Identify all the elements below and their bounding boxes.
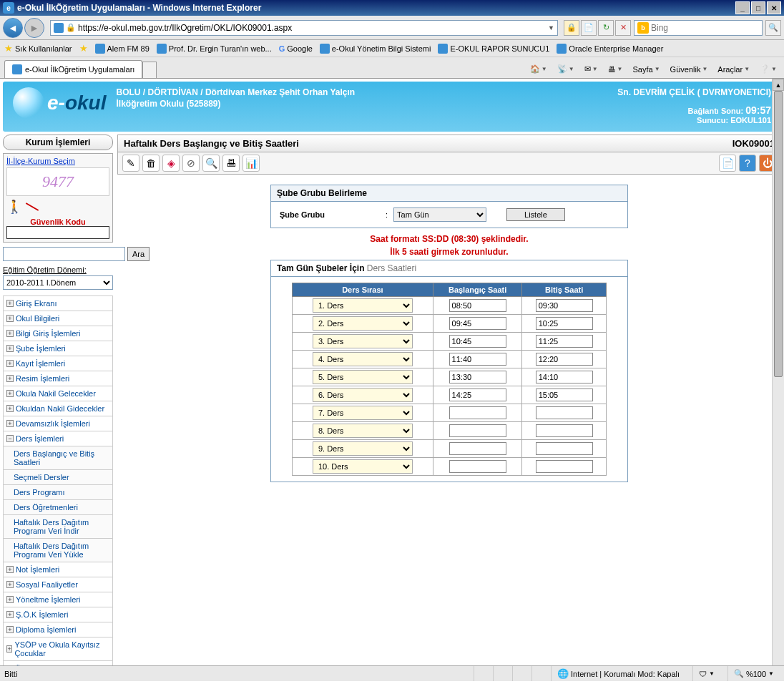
protected-mode-cell[interactable]: 🛡▼: [692, 666, 720, 681]
zone-cell[interactable]: 🌐Internet | Korumalı Mod: Kapalı: [551, 666, 685, 681]
start-time-input[interactable]: [449, 389, 506, 401]
start-time-input[interactable]: [449, 335, 506, 348]
new-button[interactable]: ✎: [122, 155, 139, 172]
start-time-input[interactable]: [449, 317, 506, 330]
fav-item-2[interactable]: GGoogle: [279, 44, 313, 53]
order-select[interactable]: 9. Ders: [313, 441, 413, 456]
expand-icon[interactable]: +: [6, 626, 14, 633]
nav-item[interactable]: Ders Öğretmenleri: [4, 500, 112, 515]
end-time-input[interactable]: [536, 335, 593, 348]
safety-menu[interactable]: Güvenlik▼: [667, 64, 711, 75]
url-dropdown-icon[interactable]: ▼: [548, 24, 554, 31]
help-button[interactable]: ❔▼: [757, 63, 780, 75]
order-select[interactable]: 2. Ders: [313, 316, 413, 331]
expand-icon[interactable]: +: [6, 420, 14, 427]
feeds-button[interactable]: 📡▼: [554, 63, 577, 75]
expand-icon[interactable]: +: [6, 375, 14, 382]
expand-icon[interactable]: +: [6, 345, 14, 352]
fav-item-1[interactable]: Prof. Dr. Ergin Turan'ın web...: [157, 44, 272, 54]
nav-item[interactable]: +Not İşlemleri: [4, 562, 112, 577]
order-select[interactable]: 8. Ders: [313, 424, 413, 438]
end-time-input[interactable]: [536, 299, 593, 312]
expand-icon[interactable]: +: [6, 330, 14, 337]
collapse-icon[interactable]: −: [6, 435, 14, 442]
scroll-thumb[interactable]: [774, 91, 783, 377]
nav-item[interactable]: −Ders İşlemleri: [4, 431, 112, 446]
close-button[interactable]: ✕: [767, 1, 781, 14]
accessibility-icon[interactable]: 🚶: [6, 199, 109, 215]
nav-item[interactable]: Ders Programı: [4, 485, 112, 500]
expand-icon[interactable]: +: [6, 611, 14, 618]
term-select[interactable]: 2010-2011 I.Dönem: [3, 275, 113, 290]
nav-item[interactable]: +Şube İşlemleri: [4, 341, 112, 356]
order-select[interactable]: 10. Ders: [313, 459, 413, 474]
nav-item[interactable]: Haftalık Ders Dağıtım Programı Veri Yükl…: [4, 539, 112, 562]
order-select[interactable]: 5. Ders: [313, 370, 413, 384]
expand-icon[interactable]: +: [6, 405, 14, 412]
order-select[interactable]: 6. Ders: [313, 388, 413, 402]
nav-item[interactable]: +Kayıt İşlemleri: [4, 356, 112, 371]
nav-item[interactable]: +Devamsızlık İşlemleri: [4, 416, 112, 431]
order-select[interactable]: 3. Ders: [313, 334, 413, 348]
end-time-input[interactable]: [536, 389, 593, 401]
start-time-input[interactable]: [449, 371, 506, 383]
page-menu[interactable]: Sayfa▼: [630, 64, 663, 75]
expand-icon[interactable]: +: [6, 566, 14, 573]
scroll-up-button[interactable]: ▲: [773, 79, 784, 91]
browser-tab[interactable]: e-Okul İlkÖğretim Uygulamaları: [4, 60, 142, 78]
nav-item[interactable]: Haftalık Ders Dağıtım Programı Veri İndi…: [4, 515, 112, 539]
back-button[interactable]: ◄: [3, 18, 23, 38]
fav-item-5[interactable]: Oracle Enterprise Manager: [557, 44, 663, 54]
expand-icon[interactable]: +: [6, 360, 14, 367]
mail-button[interactable]: ✉▼: [582, 63, 601, 75]
compat-view-button[interactable]: 📄: [581, 20, 597, 36]
nav-item[interactable]: +Yöneltme İşlemleri: [4, 592, 112, 607]
maximize-button[interactable]: □: [751, 1, 765, 14]
start-time-input[interactable]: [449, 442, 506, 455]
end-time-input[interactable]: [536, 317, 593, 330]
url-input[interactable]: [78, 23, 548, 33]
end-time-input[interactable]: [536, 406, 593, 419]
start-time-input[interactable]: [449, 299, 506, 312]
security-code-input[interactable]: [6, 226, 109, 239]
start-time-input[interactable]: [449, 424, 506, 437]
vertical-scrollbar[interactable]: ▲ ▼: [772, 79, 784, 681]
fav-item-0[interactable]: Alem FM 89: [95, 44, 150, 54]
ssl-lock-button[interactable]: 🔒: [564, 20, 579, 36]
nav-item[interactable]: +Bilgi Giriş İşlemleri: [4, 326, 112, 341]
print-button[interactable]: 🖶▼: [605, 64, 626, 75]
fav-item-3[interactable]: e-Okul Yönetim Bilgi Sistemi: [320, 44, 431, 54]
start-time-input[interactable]: [449, 353, 506, 366]
add-favorite-button[interactable]: ★: [79, 43, 88, 54]
nav-item[interactable]: +Okula Nakil Gelecekler: [4, 386, 112, 401]
nav-item[interactable]: Ders Başlangıç ve Bitiş Saatleri: [4, 446, 112, 470]
order-select[interactable]: 4. Ders: [313, 352, 413, 366]
fav-item-4[interactable]: E-OKUL RAPOR SUNUCU1: [438, 44, 549, 54]
expand-icon[interactable]: +: [6, 581, 14, 588]
search-tool-button[interactable]: 🔍: [202, 155, 220, 172]
cancel-button[interactable]: ⊘: [182, 155, 200, 172]
export-button[interactable]: 📊: [242, 155, 260, 172]
refresh-button[interactable]: ↻: [598, 20, 614, 36]
end-time-input[interactable]: [536, 424, 593, 437]
save-button[interactable]: ◈: [162, 155, 180, 172]
address-bar[interactable]: 🔒 ▼: [50, 20, 558, 36]
start-time-input[interactable]: [449, 460, 506, 473]
order-select[interactable]: 1. Ders: [313, 298, 413, 313]
home-button[interactable]: 🏠▼: [527, 63, 550, 75]
nav-item[interactable]: +Okul Bilgileri: [4, 311, 112, 326]
delete-button[interactable]: 🗑: [142, 155, 160, 172]
expand-icon[interactable]: +: [6, 315, 14, 322]
nav-item[interactable]: +Resim İşlemleri: [4, 371, 112, 386]
nav-item[interactable]: +Ş.Ö.K İşlemleri: [4, 607, 112, 622]
tools-menu[interactable]: Araçlar▼: [715, 64, 753, 75]
minimize-button[interactable]: _: [735, 1, 750, 14]
end-time-input[interactable]: [536, 371, 593, 383]
expand-icon[interactable]: +: [6, 300, 14, 307]
nav-item[interactable]: Seçmeli Dersler: [4, 470, 112, 485]
expand-icon[interactable]: +: [6, 596, 14, 603]
expand-icon[interactable]: +: [6, 390, 14, 397]
end-time-input[interactable]: [536, 353, 593, 366]
end-time-input[interactable]: [536, 460, 593, 473]
stop-button[interactable]: ✕: [615, 20, 631, 36]
